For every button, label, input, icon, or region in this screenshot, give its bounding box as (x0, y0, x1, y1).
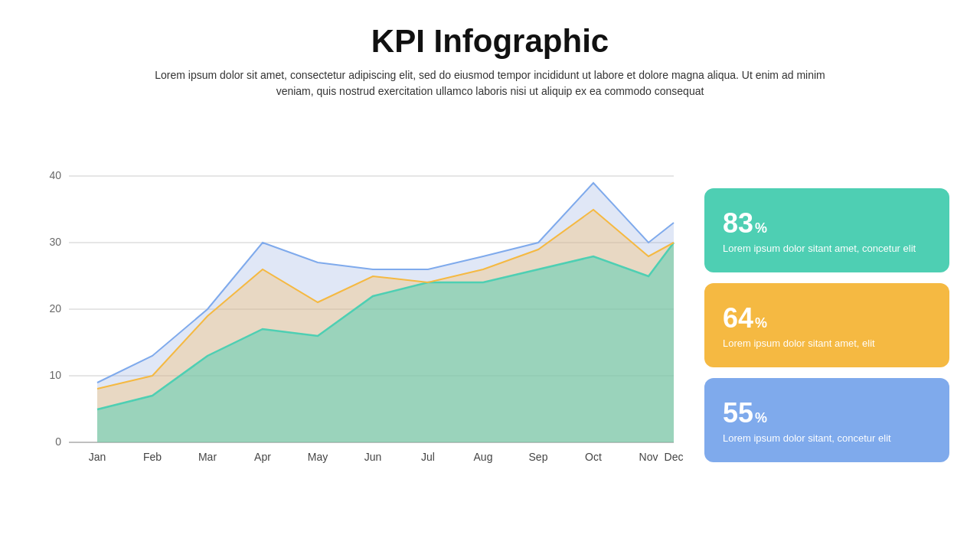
svg-text:Dec: Dec (665, 451, 684, 463)
kpi-value-orange: 64% (723, 302, 931, 334)
kpi-card-green: 83% Lorem ipsum dolor sitant amet, conce… (704, 188, 949, 272)
kpi-card-orange: 64% Lorem ipsum dolor sitant amet, elit (704, 283, 949, 367)
svg-text:May: May (308, 451, 328, 463)
svg-text:Oct: Oct (585, 451, 602, 463)
svg-text:Jun: Jun (364, 451, 382, 463)
kpi-desc-blue: Lorem ipsum dolor sitant, concetur elit (723, 432, 931, 444)
page-title: KPI Infographic (371, 23, 609, 60)
svg-text:Aug: Aug (474, 451, 493, 463)
svg-text:20: 20 (49, 302, 61, 315)
svg-text:10: 10 (49, 369, 61, 381)
chart-area: 40 30 20 10 0 Jan Feb Mar Apr May Jun Ju… (31, 115, 689, 536)
svg-text:Feb: Feb (143, 451, 162, 463)
kpi-cards-container: 83% Lorem ipsum dolor sitant amet, conce… (704, 115, 949, 536)
svg-text:40: 40 (49, 169, 61, 181)
svg-text:Jan: Jan (89, 451, 106, 463)
svg-text:Jul: Jul (421, 451, 435, 463)
svg-text:Mar: Mar (198, 451, 217, 463)
svg-text:Apr: Apr (254, 451, 271, 463)
svg-text:Nov: Nov (639, 451, 658, 463)
kpi-value-green: 83% (723, 207, 931, 240)
main-content: 40 30 20 10 0 Jan Feb Mar Apr May Jun Ju… (31, 115, 949, 536)
svg-text:Sep: Sep (529, 451, 548, 463)
kpi-desc-orange: Lorem ipsum dolor sitant amet, elit (723, 337, 931, 349)
kpi-card-blue: 55% Lorem ipsum dolor sitant, concetur e… (704, 378, 949, 462)
line-chart: 40 30 20 10 0 Jan Feb Mar Apr May Jun Ju… (31, 115, 689, 536)
kpi-value-blue: 55% (723, 397, 931, 429)
svg-text:0: 0 (55, 435, 61, 448)
page: KPI Infographic Lorem ipsum dolor sit am… (0, 0, 980, 551)
svg-text:30: 30 (49, 236, 61, 248)
page-subtitle: Lorem ipsum dolor sit amet, consectetur … (145, 67, 835, 99)
kpi-desc-green: Lorem ipsum dolor sitant amet, concetur … (723, 243, 931, 254)
